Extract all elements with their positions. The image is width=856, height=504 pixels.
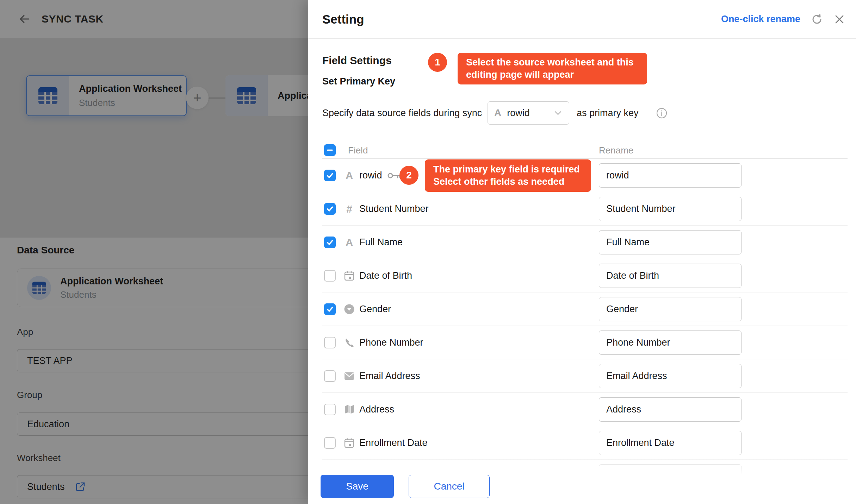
field-row: Gender xyxy=(322,292,848,326)
tooltip-step-1: Select the source worksheet and this edi… xyxy=(458,53,647,84)
field-label: Gender xyxy=(359,304,391,315)
tooltip-line: Select the source worksheet and this xyxy=(466,56,639,69)
row-checkbox[interactable] xyxy=(324,337,336,348)
setting-panel-header: Setting One-click rename xyxy=(308,0,856,39)
step-badge-2: 2 xyxy=(399,166,418,185)
field-label: Student Number xyxy=(359,203,429,214)
field-label-wrap: Gender xyxy=(359,292,391,326)
info-icon[interactable] xyxy=(656,108,667,119)
field-label: Enrollment Date xyxy=(359,437,428,448)
field-label-wrap: Address xyxy=(359,393,394,426)
tooltip-line: The primary key field is required xyxy=(433,163,583,176)
row-checkbox[interactable] xyxy=(324,404,336,415)
save-button[interactable]: Save xyxy=(321,475,394,498)
email-field-type-icon xyxy=(344,371,355,382)
tooltip-line: editing page will appear xyxy=(466,69,639,81)
text-field-type-icon: A xyxy=(344,170,355,181)
row-checkbox[interactable] xyxy=(324,237,336,248)
row-checkbox[interactable] xyxy=(324,370,336,382)
field-column-header: Field xyxy=(348,142,368,158)
field-label-wrap: Email Address xyxy=(359,359,420,393)
close-icon[interactable] xyxy=(833,13,845,25)
field-label: Full Name xyxy=(359,237,403,248)
primary-key-dropdown[interactable]: A rowid xyxy=(488,101,569,125)
field-row: Email Address xyxy=(322,359,848,393)
field-label-wrap: rowid xyxy=(359,159,401,192)
chevron-down-icon xyxy=(553,108,563,118)
primary-key-row: Specify data source fields during sync A… xyxy=(322,101,848,125)
field-row: Date of Birth xyxy=(322,259,848,292)
primary-key-prefix: Specify data source fields during sync xyxy=(322,101,482,125)
setting-panel: Setting One-click rename Field Settings … xyxy=(308,0,856,504)
select-field-type-icon xyxy=(344,304,355,315)
field-label: rowid xyxy=(359,170,382,181)
date-field-type-icon xyxy=(344,270,355,281)
screen: SYNC TASK Application Worksheet Students… xyxy=(0,0,856,504)
rename-input[interactable] xyxy=(599,264,742,288)
field-row: AFull Name xyxy=(322,226,848,259)
text-type-icon: A xyxy=(494,107,501,119)
map-field-type-icon xyxy=(344,404,355,415)
setting-title: Setting xyxy=(322,12,364,26)
phone-field-type-icon xyxy=(344,337,355,348)
field-label: Date of Birth xyxy=(359,270,412,281)
primary-key-suffix: as primary key xyxy=(577,101,639,125)
rename-input[interactable] xyxy=(599,163,742,188)
rename-input[interactable] xyxy=(599,230,742,254)
rename-input[interactable] xyxy=(599,297,742,321)
refresh-icon[interactable] xyxy=(811,13,823,25)
row-checkbox[interactable] xyxy=(324,203,336,215)
check-icon xyxy=(326,171,334,179)
field-label-wrap: Full Name xyxy=(359,226,403,259)
rename-input[interactable] xyxy=(599,197,742,221)
main-window: SYNC TASK Application Worksheet Students… xyxy=(0,0,308,504)
field-settings-heading: Field Settings xyxy=(322,55,392,67)
tooltip-line: Select other fields as needed xyxy=(433,176,583,188)
select-all-checkbox[interactable] xyxy=(324,144,336,156)
cancel-button[interactable]: Cancel xyxy=(409,475,490,498)
rename-input[interactable] xyxy=(599,397,742,422)
rename-input[interactable] xyxy=(599,431,742,455)
field-rows: Arowid#Student NumberAFull NameDate of B… xyxy=(322,158,848,493)
key-icon xyxy=(387,171,401,180)
date-field-type-icon xyxy=(344,437,355,448)
check-icon xyxy=(326,238,334,246)
field-row: #Student Number xyxy=(322,192,848,226)
check-icon xyxy=(326,205,334,213)
step-badge-1: 1 xyxy=(428,53,447,72)
rename-column-header: Rename xyxy=(599,142,633,158)
field-label: Email Address xyxy=(359,371,420,382)
field-label: Phone Number xyxy=(359,337,423,348)
rename-input[interactable] xyxy=(599,330,742,355)
tooltip-step-2: The primary key field is required Select… xyxy=(425,159,591,192)
check-icon xyxy=(326,305,334,313)
modal-backdrop[interactable] xyxy=(0,0,308,504)
field-label: Address xyxy=(359,404,394,415)
header-actions: One-click rename xyxy=(721,13,845,25)
number-field-type-icon: # xyxy=(344,203,355,214)
field-label-wrap: Date of Birth xyxy=(359,259,412,292)
field-row: Address xyxy=(322,393,848,426)
row-checkbox[interactable] xyxy=(324,437,336,449)
row-checkbox[interactable] xyxy=(324,303,336,315)
row-checkbox[interactable] xyxy=(324,170,336,181)
one-click-rename-link[interactable]: One-click rename xyxy=(721,14,800,25)
field-table-header: Field Rename xyxy=(322,142,848,158)
primary-key-value: rowid xyxy=(507,108,530,119)
field-label-wrap: Student Number xyxy=(359,192,429,226)
field-row: Phone Number xyxy=(322,326,848,359)
rename-input[interactable] xyxy=(599,364,742,388)
indeterminate-icon xyxy=(326,146,334,154)
row-checkbox[interactable] xyxy=(324,270,336,282)
field-label-wrap: Phone Number xyxy=(359,326,423,359)
text-field-type-icon: A xyxy=(344,237,355,248)
set-primary-key-heading: Set Primary Key xyxy=(322,76,395,87)
setting-panel-footer: Save Cancel xyxy=(308,453,856,504)
